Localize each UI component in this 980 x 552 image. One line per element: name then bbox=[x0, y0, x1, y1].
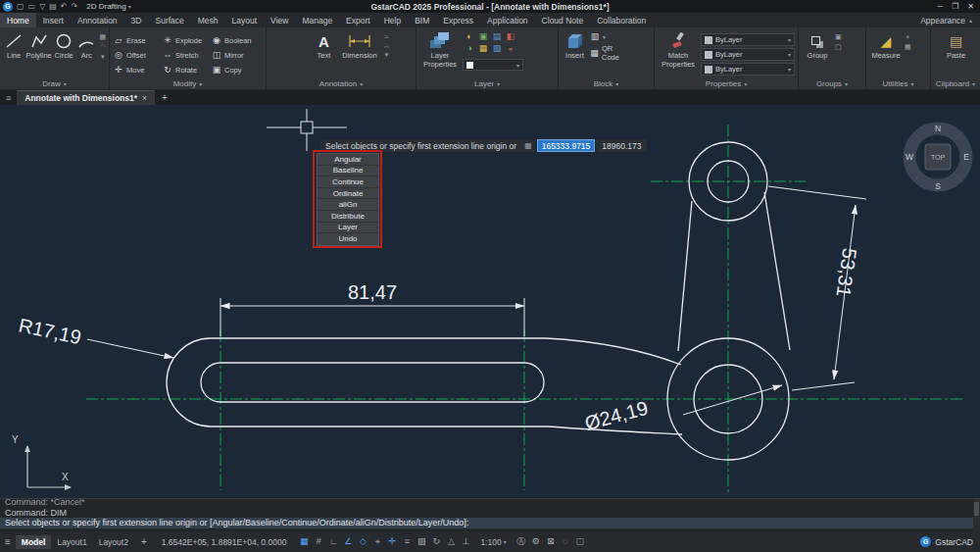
property-dropdown[interactable]: ByLayer ▾ bbox=[701, 33, 795, 46]
toggle-lock-ui[interactable]: ⊠ bbox=[544, 534, 558, 549]
layout-tab-layout2[interactable]: Layout2 bbox=[93, 535, 134, 549]
layer-properties-tool[interactable]: Layer Properties bbox=[420, 31, 460, 69]
ribbon-tab-manage[interactable]: Manage bbox=[295, 13, 339, 27]
new-drawing-tab-button[interactable]: + bbox=[155, 92, 174, 103]
line-tool[interactable]: Line bbox=[4, 31, 24, 61]
layer-freeze-icon[interactable]: ▦ bbox=[476, 44, 490, 56]
toggle-3d-object-snap[interactable]: △ bbox=[444, 534, 458, 549]
toggle-ortho[interactable]: ∟ bbox=[326, 534, 340, 549]
ribbon-tab-home[interactable]: Home bbox=[0, 13, 36, 27]
drawing-viewport[interactable]: 81,47 R17,19 53,31 Ø24,19 Y X bbox=[0, 105, 980, 498]
gstarcad-logo-icon[interactable]: G bbox=[3, 2, 13, 12]
panel-label-block[interactable]: Block▾ bbox=[559, 77, 654, 89]
ribbon-tab-application[interactable]: Application bbox=[480, 13, 535, 27]
layer-tool-icons[interactable]: ◐ ▣ ▤ ◧ ◑ ▦ ▨ ◒ bbox=[463, 32, 523, 56]
match-properties-tool[interactable]: Match Properties bbox=[659, 31, 698, 69]
command-line-panel[interactable]: Command: *Cancel* Command: DIM Select ob… bbox=[0, 498, 980, 531]
layout-tab-model[interactable]: Model bbox=[16, 535, 52, 549]
ribbon-tab-mesh[interactable]: Mesh bbox=[191, 13, 225, 27]
save-icon[interactable]: ▽ bbox=[39, 3, 45, 11]
coord-y-input[interactable]: 18960.173 bbox=[597, 139, 646, 152]
undo-icon[interactable]: ↶ bbox=[61, 3, 68, 11]
workspace-select[interactable]: 2D Drafting ▾ bbox=[86, 2, 130, 11]
toggle-annotation-visibility[interactable]: Ⓐ bbox=[514, 534, 528, 549]
ribbon-tab-cloud-note[interactable]: Cloud Note bbox=[535, 13, 591, 27]
menu-item-angular[interactable]: Angular bbox=[318, 154, 378, 166]
menu-item-align[interactable]: aliGn bbox=[318, 199, 378, 211]
menu-item-ordinate[interactable]: Ordinate bbox=[318, 188, 378, 200]
toggle-polar-tracking[interactable]: ∠ bbox=[341, 534, 355, 549]
toggle-isolate-objects[interactable]: ◌ bbox=[559, 534, 572, 549]
menu-item-baseline[interactable]: Baseline bbox=[318, 166, 378, 177]
file-tab-active[interactable]: Annotate with Dimensions1* × bbox=[17, 90, 155, 105]
panel-label-layer[interactable]: Layer▾ bbox=[416, 77, 558, 89]
arc-tool[interactable]: Arc bbox=[76, 31, 96, 61]
modify-tool-copy[interactable]: ▣ Copy bbox=[212, 63, 261, 77]
modify-tool-explode[interactable]: ✳ Explode bbox=[163, 33, 212, 48]
ribbon-collapse-icon[interactable]: ▴ bbox=[969, 17, 972, 24]
print-icon[interactable]: ▤ bbox=[49, 3, 57, 11]
layer-match-icon[interactable]: ▨ bbox=[490, 44, 504, 56]
modify-tool-move[interactable]: ✛ Move bbox=[114, 63, 163, 77]
modify-tool-stretch[interactable]: ⇔ Stretch bbox=[163, 48, 212, 63]
ribbon-tab-bim[interactable]: BIM bbox=[408, 13, 436, 27]
menu-item-continue[interactable]: Continue bbox=[318, 176, 378, 188]
annotation-overflow-icons[interactable]: ≈↔▾ bbox=[383, 31, 390, 59]
layout-menu-icon[interactable]: ≡ bbox=[5, 536, 13, 547]
new-file-icon[interactable]: ▢ bbox=[17, 3, 24, 11]
menu-item-layer[interactable]: Layer bbox=[318, 223, 378, 234]
layer-isolate-icon[interactable]: ◑ bbox=[463, 44, 476, 56]
ribbon-tab-layout[interactable]: Layout bbox=[225, 13, 265, 27]
toggle-object-snap-tracking[interactable]: ⌖ bbox=[370, 534, 384, 549]
add-layout-button[interactable]: + bbox=[137, 536, 151, 547]
block-edit-tool[interactable]: ▥▾ bbox=[590, 32, 629, 41]
property-dropdown[interactable]: ByLayer ▾ bbox=[701, 48, 795, 61]
toggle-lineweight[interactable]: ≡ bbox=[400, 534, 414, 549]
toggle-transparency[interactable]: ▨ bbox=[415, 534, 428, 549]
ribbon-tab-annotation[interactable]: Annotation bbox=[71, 13, 124, 27]
ribbon-tab-collaboration[interactable]: Collaboration bbox=[590, 13, 653, 27]
minimize-button[interactable]: ─ bbox=[937, 2, 943, 11]
view-compass[interactable]: N W E S TOP bbox=[906, 124, 969, 191]
ribbon-tab-view[interactable]: View bbox=[264, 13, 295, 27]
ribbon-tab-insert[interactable]: Insert bbox=[36, 13, 71, 27]
toggle-object-snap[interactable]: ◇ bbox=[356, 534, 369, 549]
insert-block-tool[interactable]: Insert bbox=[563, 31, 587, 61]
modify-tool-mirror[interactable]: ◫ Mirror bbox=[212, 48, 261, 63]
panel-label-clipboard[interactable]: Clipboard▾ bbox=[931, 77, 980, 89]
toggle-selection-cycling[interactable]: ↻ bbox=[429, 534, 443, 549]
modify-tool-erase[interactable]: ▱ Erase bbox=[114, 33, 163, 48]
modify-tool-boolean[interactable]: ◉ Boolean bbox=[212, 33, 261, 48]
panel-label-groups[interactable]: Groups▾ bbox=[799, 77, 865, 89]
measure-tool[interactable]: ◢ Measure bbox=[870, 31, 902, 61]
coord-x-input[interactable]: 165333.9715 bbox=[537, 139, 596, 152]
ribbon-tab-surface[interactable]: Surface bbox=[148, 13, 190, 27]
ribbon-tab-help[interactable]: Help bbox=[377, 13, 408, 27]
property-dropdown[interactable]: ByLayer ▾ bbox=[701, 63, 795, 75]
modify-tool-rotate[interactable]: ↻ Rotate bbox=[163, 63, 212, 77]
layout-tab-layout1[interactable]: Layout1 bbox=[51, 535, 92, 549]
qr-code-tool[interactable]: ▦ QR Code bbox=[590, 44, 629, 62]
panel-label-modify[interactable]: Modify▾ bbox=[110, 77, 266, 89]
group-tool[interactable]: Group bbox=[803, 31, 832, 61]
text-tool[interactable]: A Text bbox=[312, 31, 336, 61]
ribbon-tab-express[interactable]: Express bbox=[436, 13, 480, 27]
toggle-clean-screen[interactable]: ▢ bbox=[573, 534, 587, 549]
toggle-dynamic-ucs[interactable]: ⊥ bbox=[459, 534, 472, 549]
layer-walk-icon[interactable]: ◒ bbox=[504, 44, 517, 56]
command-prompt-line[interactable]: Select objects or specify first extensio… bbox=[0, 518, 980, 528]
panel-label-draw[interactable]: Draw▾ bbox=[0, 77, 109, 89]
toggle-dynamic-input[interactable]: ✛ bbox=[385, 534, 399, 549]
panel-label-annotation[interactable]: Annotation▾ bbox=[267, 77, 416, 89]
toggle-workspace-switch[interactable]: ⚙ bbox=[529, 534, 543, 549]
circle-tool[interactable]: Circle bbox=[54, 31, 74, 61]
draw-overflow-icons[interactable]: ▦◠▾ bbox=[99, 31, 106, 61]
modify-tool-offset[interactable]: ◎ Offset bbox=[114, 48, 163, 63]
ribbon-tab-export[interactable]: Export bbox=[339, 13, 377, 27]
annotation-scale-control[interactable]: 1:100 ▾ bbox=[475, 537, 511, 547]
ribbon-tab-3d[interactable]: 3D bbox=[124, 13, 149, 27]
menu-item-distribute[interactable]: Distribute bbox=[318, 211, 378, 223]
polyline-tool[interactable]: Polyline bbox=[26, 31, 51, 61]
panel-label-properties[interactable]: Properties▾ bbox=[655, 77, 798, 89]
menu-item-undo[interactable]: Undo bbox=[318, 233, 378, 245]
